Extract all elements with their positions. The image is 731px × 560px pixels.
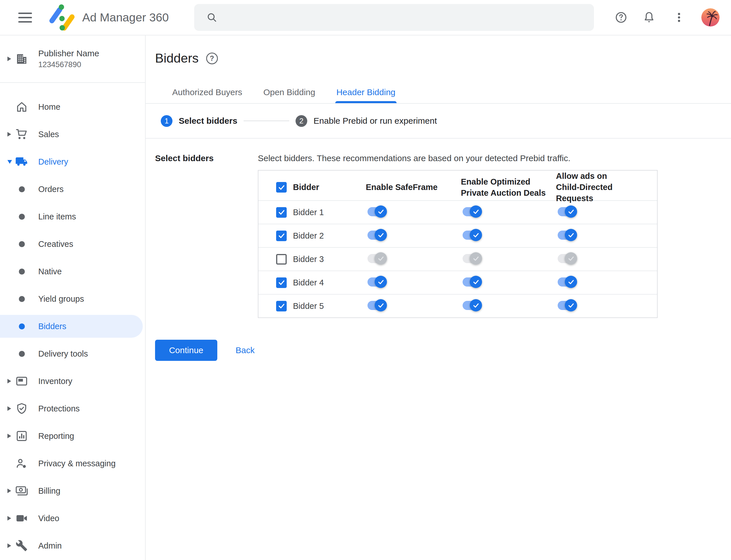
table-header-row: Bidder Enable SafeFrame Enable Optimized… [259,171,657,201]
bell-icon[interactable] [642,11,656,24]
bidder-name: Bidder 5 [293,301,324,311]
tab-bar: Authorized Buyers Open Bidding Header Bi… [146,81,731,104]
sidebar-item-label: Privacy & messaging [38,459,116,468]
sidebar-item-bidders[interactable]: Bidders [0,313,145,340]
tab-authorized-buyers[interactable]: Authorized Buyers [171,81,243,103]
child-directed-toggle[interactable] [558,229,577,241]
building-icon [15,52,29,65]
sidebar-item-label: Protections [38,404,80,413]
row-checkbox[interactable] [276,207,287,218]
section-description: Select bidders. These recommendations ar… [258,153,731,163]
bar-chart-icon [15,429,29,443]
menu-icon[interactable] [18,13,32,23]
caret-right-icon [7,434,15,438]
tab-open-bidding[interactable]: Open Bidding [262,81,317,103]
dot-icon [15,296,29,302]
child-directed-toggle[interactable] [558,205,577,218]
sidebar-item-label: Home [38,102,60,112]
sidebar-item-label: Orders [38,185,64,194]
help-icon[interactable] [614,11,628,24]
caret-right-icon [7,379,15,383]
row-checkbox[interactable] [276,254,287,265]
back-link[interactable]: Back [236,345,255,355]
home-icon [15,100,29,113]
page-help-icon[interactable]: ? [206,53,218,64]
sidebar-item-privacy-messaging[interactable]: Privacy & messaging [0,450,145,477]
safeframe-toggle[interactable] [367,205,387,218]
sidebar-item-delivery-tools[interactable]: Delivery tools [0,340,145,367]
safeframe-toggle[interactable] [367,252,387,265]
select-all-checkbox[interactable] [276,182,287,193]
row-checkbox[interactable] [276,277,287,288]
row-checkbox[interactable] [276,301,287,311]
main-content: Bidders ? Authorized Buyers Open Bidding… [146,35,731,560]
ad-manager-logo-icon [49,4,76,31]
sidebar-item-label: Video [38,514,59,523]
tab-header-bidding[interactable]: Header Bidding [335,81,396,103]
sidebar-item-orders[interactable]: Orders [0,175,145,203]
sidebar-item-label: Reporting [38,431,74,441]
truck-icon [15,155,29,168]
sidebar-item-inventory[interactable]: Inventory [0,367,145,395]
sidebar-item-label: Bidders [38,322,66,331]
search-bar[interactable] [194,4,594,31]
optimized-deals-toggle[interactable] [462,252,482,265]
step-2-label: Enable Prebid or run experiment [314,116,437,126]
palm-tree-avatar [701,8,720,27]
search-icon [206,12,218,23]
child-directed-toggle[interactable] [558,276,577,288]
optimized-deals-toggle[interactable] [462,276,482,288]
sidebar-item-label: Line items [38,212,76,221]
sidebar-item-label: Native [38,267,62,276]
sidebar-item-billing[interactable]: Billing [0,477,145,505]
safeframe-toggle[interactable] [367,276,387,288]
column-header-bidder: Bidder [293,183,319,192]
column-header-safeframe: Enable SafeFrame [359,182,453,193]
child-directed-toggle[interactable] [558,252,577,265]
sidebar-item-native[interactable]: Native [0,258,145,285]
sidebar-item-video[interactable]: Video [0,505,145,532]
safeframe-toggle[interactable] [367,299,387,312]
sidebar-item-label: Creatives [38,239,73,249]
sidebar-item-sales[interactable]: Sales [0,121,145,148]
sidebar-item-admin[interactable]: Admin [0,532,145,559]
column-header-child-directed: Allow ads on Child-Directed Requests [548,171,657,204]
dot-icon [15,186,29,192]
section-label: Select bidders [155,153,214,163]
continue-button[interactable]: Continue [155,340,217,361]
caret-right-icon [7,543,15,548]
optimized-deals-toggle[interactable] [462,299,482,312]
cart-icon [15,128,29,141]
sidebar-item-line-items[interactable]: Line items [0,203,145,230]
sidebar-item-label: Delivery tools [38,349,88,359]
search-input[interactable] [223,6,594,28]
account-avatar[interactable] [701,8,720,27]
sidebar-item-creatives[interactable]: Creatives [0,230,145,258]
sidebar-item-yield-groups[interactable]: Yield groups [0,285,145,313]
table-row: Bidder 1 [259,201,657,224]
row-checkbox[interactable] [276,231,287,241]
sidebar-item-reporting[interactable]: Reporting [0,422,145,450]
sidebar-item-home[interactable]: Home [0,93,145,121]
publisher-selector[interactable]: Publisher Name 1234567890 [0,35,145,83]
column-header-optimized-deals: Enable Optimized Private Auction Deals [453,176,548,199]
sidebar-item-delivery[interactable]: Delivery [0,148,145,175]
dot-icon [15,269,29,275]
ad-manager-logo: Ad Manager 360 [49,4,169,31]
safeframe-toggle[interactable] [367,229,387,241]
table-row: Bidder 3 [259,248,657,271]
caret-right-icon [7,406,15,411]
caret-right-icon [7,132,15,137]
sidebar-item-protections[interactable]: Protections [0,395,145,422]
optimized-deals-toggle[interactable] [462,205,482,218]
stepper: 1 Select bidders 2 Enable Prebid or run … [146,104,731,139]
app-name: Ad Manager 360 [82,11,169,24]
step-1-label: Select bidders [179,116,237,126]
sidebar-item-label: Delivery [38,157,68,167]
bidder-name: Bidder 4 [293,278,324,287]
bidder-name: Bidder 2 [293,231,324,241]
optimized-deals-toggle[interactable] [462,229,482,241]
more-vert-icon[interactable] [673,11,685,24]
sidebar-item-label: Billing [38,486,60,496]
child-directed-toggle[interactable] [558,299,577,312]
